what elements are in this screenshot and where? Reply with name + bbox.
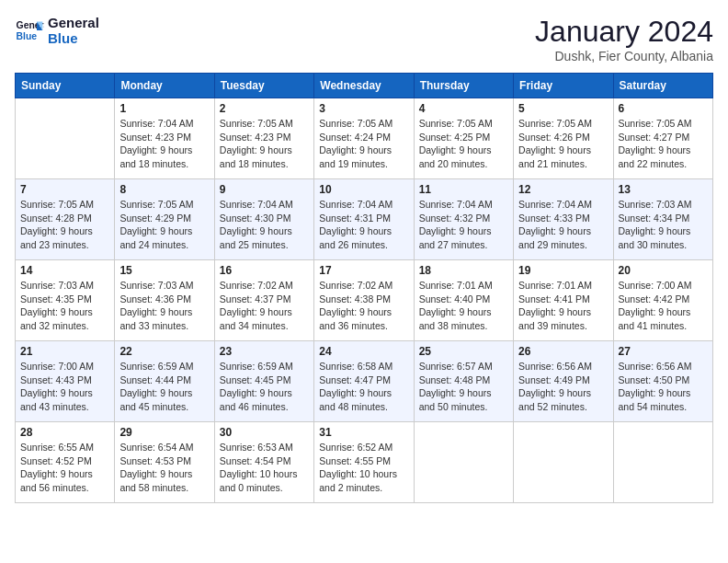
day-info: Sunrise: 6:52 AM Sunset: 4:55 PM Dayligh… [319, 441, 408, 495]
day-number: 12 [518, 183, 608, 196]
day-number: 19 [518, 264, 608, 277]
day-number: 5 [518, 102, 608, 115]
weekday-header: Monday [115, 74, 214, 98]
location-subtitle: Dushk, Fier County, Albania [535, 49, 713, 63]
day-info: Sunrise: 7:01 AM Sunset: 4:41 PM Dayligh… [518, 279, 608, 333]
logo: General Blue General Blue [15, 15, 99, 46]
day-info: Sunrise: 6:56 AM Sunset: 4:50 PM Dayligh… [619, 360, 708, 414]
calendar-cell [414, 422, 513, 503]
day-info: Sunrise: 7:04 AM Sunset: 4:30 PM Dayligh… [220, 198, 309, 252]
calendar-week-row: 7Sunrise: 7:05 AM Sunset: 4:28 PM Daylig… [16, 179, 713, 260]
day-number: 13 [619, 183, 708, 196]
day-info: Sunrise: 7:05 AM Sunset: 4:24 PM Dayligh… [319, 117, 408, 171]
day-number: 27 [619, 345, 708, 358]
calendar-cell: 1Sunrise: 7:04 AM Sunset: 4:23 PM Daylig… [115, 98, 214, 179]
day-number: 20 [619, 264, 708, 277]
calendar-cell: 17Sunrise: 7:02 AM Sunset: 4:38 PM Dayli… [314, 260, 414, 341]
day-number: 2 [220, 102, 309, 115]
day-info: Sunrise: 6:56 AM Sunset: 4:49 PM Dayligh… [518, 360, 608, 414]
day-info: Sunrise: 7:04 AM Sunset: 4:32 PM Dayligh… [419, 198, 508, 252]
calendar-cell: 28Sunrise: 6:55 AM Sunset: 4:52 PM Dayli… [16, 422, 115, 503]
day-number: 17 [319, 264, 408, 277]
calendar-cell: 16Sunrise: 7:02 AM Sunset: 4:37 PM Dayli… [214, 260, 313, 341]
calendar-cell: 24Sunrise: 6:58 AM Sunset: 4:47 PM Dayli… [314, 341, 414, 422]
day-number: 22 [119, 345, 209, 358]
day-info: Sunrise: 7:05 AM Sunset: 4:27 PM Dayligh… [619, 117, 708, 171]
calendar-cell: 9Sunrise: 7:04 AM Sunset: 4:30 PM Daylig… [214, 179, 313, 260]
day-info: Sunrise: 6:59 AM Sunset: 4:44 PM Dayligh… [119, 360, 209, 414]
calendar-cell: 3Sunrise: 7:05 AM Sunset: 4:24 PM Daylig… [314, 98, 414, 179]
day-number: 3 [319, 102, 408, 115]
title-block: January 2024 Dushk, Fier County, Albania [535, 15, 713, 63]
day-number: 4 [419, 102, 508, 115]
day-info: Sunrise: 7:05 AM Sunset: 4:26 PM Dayligh… [518, 117, 608, 171]
day-number: 24 [319, 345, 408, 358]
day-number: 6 [619, 102, 708, 115]
day-info: Sunrise: 7:03 AM Sunset: 4:35 PM Dayligh… [20, 279, 109, 333]
day-number: 29 [119, 426, 209, 439]
day-info: Sunrise: 6:55 AM Sunset: 4:52 PM Dayligh… [20, 441, 109, 495]
day-info: Sunrise: 7:05 AM Sunset: 4:23 PM Dayligh… [220, 117, 309, 171]
calendar-cell: 31Sunrise: 6:52 AM Sunset: 4:55 PM Dayli… [314, 422, 414, 503]
calendar-cell: 25Sunrise: 6:57 AM Sunset: 4:48 PM Dayli… [414, 341, 513, 422]
day-number: 18 [419, 264, 508, 277]
day-number: 25 [419, 345, 508, 358]
day-number: 28 [20, 426, 109, 439]
day-info: Sunrise: 7:04 AM Sunset: 4:31 PM Dayligh… [319, 198, 408, 252]
calendar-cell: 20Sunrise: 7:00 AM Sunset: 4:42 PM Dayli… [613, 260, 712, 341]
calendar-cell: 22Sunrise: 6:59 AM Sunset: 4:44 PM Dayli… [115, 341, 214, 422]
calendar-table: SundayMondayTuesdayWednesdayThursdayFrid… [15, 73, 713, 503]
calendar-cell [514, 422, 613, 503]
day-number: 9 [220, 183, 309, 196]
calendar-cell: 23Sunrise: 6:59 AM Sunset: 4:45 PM Dayli… [214, 341, 313, 422]
calendar-cell [16, 98, 115, 179]
day-number: 16 [220, 264, 309, 277]
calendar-cell: 18Sunrise: 7:01 AM Sunset: 4:40 PM Dayli… [414, 260, 513, 341]
calendar-cell: 7Sunrise: 7:05 AM Sunset: 4:28 PM Daylig… [16, 179, 115, 260]
day-info: Sunrise: 7:05 AM Sunset: 4:25 PM Dayligh… [419, 117, 508, 171]
calendar-cell: 6Sunrise: 7:05 AM Sunset: 4:27 PM Daylig… [613, 98, 712, 179]
calendar-cell: 19Sunrise: 7:01 AM Sunset: 4:41 PM Dayli… [514, 260, 613, 341]
month-title: January 2024 [535, 15, 713, 49]
weekday-header: Friday [514, 74, 613, 98]
day-info: Sunrise: 7:00 AM Sunset: 4:43 PM Dayligh… [20, 360, 109, 414]
day-info: Sunrise: 7:05 AM Sunset: 4:29 PM Dayligh… [119, 198, 209, 252]
calendar-cell: 12Sunrise: 7:04 AM Sunset: 4:33 PM Dayli… [514, 179, 613, 260]
calendar-cell: 13Sunrise: 7:03 AM Sunset: 4:34 PM Dayli… [613, 179, 712, 260]
calendar-header: SundayMondayTuesdayWednesdayThursdayFrid… [16, 74, 713, 98]
day-info: Sunrise: 7:02 AM Sunset: 4:38 PM Dayligh… [319, 279, 408, 333]
day-number: 14 [20, 264, 109, 277]
day-info: Sunrise: 6:53 AM Sunset: 4:54 PM Dayligh… [220, 441, 309, 495]
day-number: 31 [319, 426, 408, 439]
calendar-cell: 29Sunrise: 6:54 AM Sunset: 4:53 PM Dayli… [115, 422, 214, 503]
calendar-cell: 5Sunrise: 7:05 AM Sunset: 4:26 PM Daylig… [514, 98, 613, 179]
calendar-week-row: 28Sunrise: 6:55 AM Sunset: 4:52 PM Dayli… [16, 422, 713, 503]
day-number: 7 [20, 183, 109, 196]
day-number: 23 [220, 345, 309, 358]
day-info: Sunrise: 6:59 AM Sunset: 4:45 PM Dayligh… [220, 360, 309, 414]
logo-general: General [48, 15, 99, 30]
calendar-cell [613, 422, 712, 503]
calendar-week-row: 14Sunrise: 7:03 AM Sunset: 4:35 PM Dayli… [16, 260, 713, 341]
calendar-cell: 4Sunrise: 7:05 AM Sunset: 4:25 PM Daylig… [414, 98, 513, 179]
logo-blue: Blue [48, 30, 99, 46]
day-info: Sunrise: 7:00 AM Sunset: 4:42 PM Dayligh… [619, 279, 708, 333]
day-number: 15 [119, 264, 209, 277]
day-number: 10 [319, 183, 408, 196]
day-info: Sunrise: 7:01 AM Sunset: 4:40 PM Dayligh… [419, 279, 508, 333]
day-info: Sunrise: 7:03 AM Sunset: 4:36 PM Dayligh… [119, 279, 209, 333]
day-number: 8 [119, 183, 209, 196]
day-info: Sunrise: 7:04 AM Sunset: 4:23 PM Dayligh… [119, 117, 209, 171]
day-number: 26 [518, 345, 608, 358]
page-header: General Blue General Blue January 2024 D… [15, 15, 713, 63]
weekday-header: Tuesday [214, 74, 313, 98]
day-number: 11 [419, 183, 508, 196]
day-number: 21 [20, 345, 109, 358]
weekday-header: Saturday [613, 74, 712, 98]
calendar-cell: 30Sunrise: 6:53 AM Sunset: 4:54 PM Dayli… [214, 422, 313, 503]
day-info: Sunrise: 6:57 AM Sunset: 4:48 PM Dayligh… [419, 360, 508, 414]
calendar-cell: 14Sunrise: 7:03 AM Sunset: 4:35 PM Dayli… [16, 260, 115, 341]
day-info: Sunrise: 7:04 AM Sunset: 4:33 PM Dayligh… [518, 198, 608, 252]
calendar-cell: 15Sunrise: 7:03 AM Sunset: 4:36 PM Dayli… [115, 260, 214, 341]
calendar-cell: 2Sunrise: 7:05 AM Sunset: 4:23 PM Daylig… [214, 98, 313, 179]
